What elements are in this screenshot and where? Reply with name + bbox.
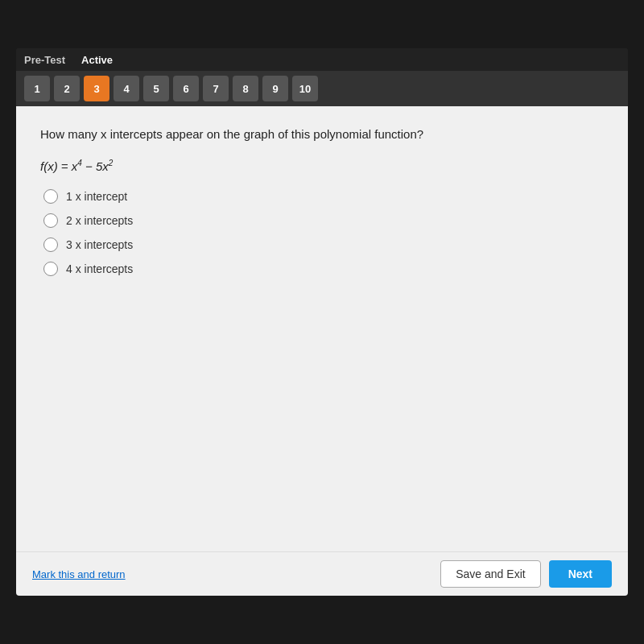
active-label: Active [81,54,113,66]
num-btn-8[interactable]: 8 [233,76,258,101]
next-button[interactable]: Next [549,560,612,588]
option-1[interactable]: 1 x intercept [43,189,604,204]
options-list: 1 x intercept 2 x intercepts 3 x interce… [43,189,604,276]
footer-bar: Mark this and return Save and Exit Next [16,551,628,596]
num-btn-3[interactable]: 3 [84,76,109,101]
option-1-label: 1 x intercept [66,190,127,203]
screen-container: Pre-Test Active 1 2 3 4 5 6 7 8 9 10 How… [16,48,628,596]
footer-right: Save and Exit Next [440,560,612,588]
main-content: How many x intercepts appear on the grap… [16,106,628,551]
formula-exp2: 2 [109,159,114,167]
number-row: 1 2 3 4 5 6 7 8 9 10 [16,71,628,106]
num-btn-2[interactable]: 2 [54,76,80,101]
radio-3[interactable] [43,237,58,252]
option-2[interactable]: 2 x intercepts [43,213,604,228]
num-btn-6[interactable]: 6 [173,76,199,101]
radio-2[interactable] [43,213,58,228]
formula-fx: f(x) = x [40,159,77,173]
num-btn-1[interactable]: 1 [24,76,50,101]
header-bar: Pre-Test Active [16,48,628,71]
mark-return-button[interactable]: Mark this and return [32,568,126,580]
option-2-label: 2 x intercepts [66,214,133,227]
num-btn-7[interactable]: 7 [203,76,229,101]
option-4[interactable]: 4 x intercepts [43,262,604,276]
save-exit-button[interactable]: Save and Exit [440,560,540,588]
formula: f(x) = x4 − 5x2 [40,159,604,173]
option-4-label: 4 x intercepts [66,262,133,275]
num-btn-4[interactable]: 4 [114,76,139,101]
radio-4[interactable] [43,262,58,276]
num-btn-5[interactable]: 5 [143,76,169,101]
question-text: How many x intercepts appear on the grap… [40,126,604,144]
pre-test-label: Pre-Test [24,54,65,66]
num-btn-10[interactable]: 10 [292,76,318,101]
option-3[interactable]: 3 x intercepts [43,237,604,252]
formula-mid: − 5x [82,159,109,173]
option-3-label: 3 x intercepts [66,238,133,251]
num-btn-9[interactable]: 9 [262,76,288,101]
radio-1[interactable] [43,189,58,204]
